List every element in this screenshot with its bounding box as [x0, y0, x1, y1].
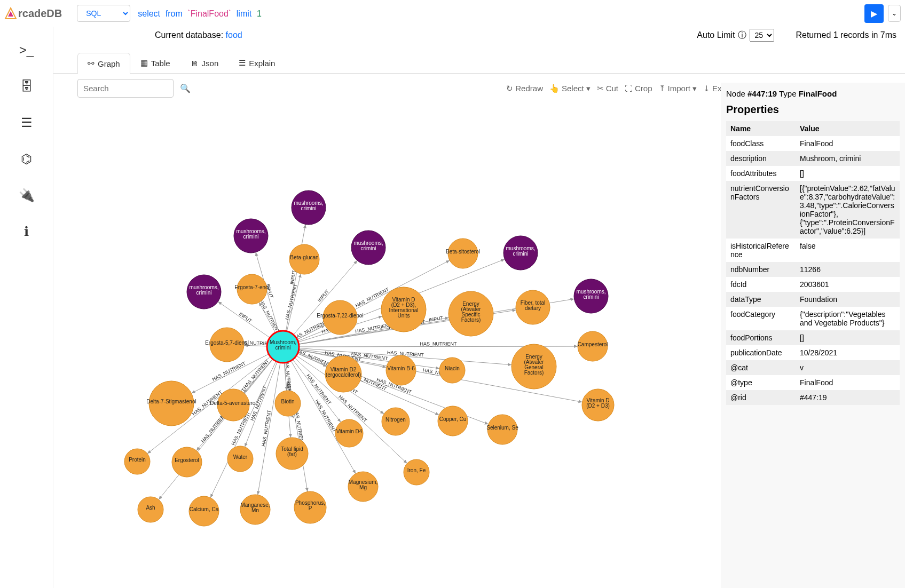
- graph-node[interactable]: Ergosta-5,7-dienol: [205, 328, 249, 362]
- graph-node[interactable]: Energy(AtwaterGeneralFactors): [511, 344, 556, 389]
- graph-node[interactable]: Beta-glucan: [289, 244, 319, 274]
- graph-node[interactable]: mushrooms,crimini: [234, 219, 268, 253]
- graph-node[interactable]: Selenium, Se: [486, 415, 518, 444]
- graph-node[interactable]: Fiber, totaldietary: [516, 290, 550, 324]
- redraw-button[interactable]: ↻ Redraw: [506, 84, 543, 93]
- tab-table[interactable]: ▦ Table: [130, 52, 180, 73]
- table-row: descriptionMushroom, crimini: [726, 151, 900, 166]
- svg-text:Beta-glucan: Beta-glucan: [290, 255, 318, 260]
- svg-text:HAS_NUTRIENT: HAS_NUTRIENT: [211, 361, 247, 382]
- svg-text:Biotin: Biotin: [281, 399, 294, 404]
- graph-node[interactable]: Phosphorus,P: [294, 491, 326, 523]
- graph-node[interactable]: Ergosterol: [172, 447, 202, 477]
- table-row: ndbNumber11266: [726, 262, 900, 277]
- graph-node[interactable]: Campesterol: [578, 331, 608, 361]
- svg-text:HAS_NUTRIENT: HAS_NUTRIENT: [258, 299, 281, 334]
- properties-heading: Properties: [726, 104, 900, 116]
- language-select[interactable]: SQL: [77, 5, 130, 22]
- properties-panel: Node #447:19 Type FinalFood Properties N…: [721, 83, 905, 588]
- graph-node[interactable]: Copper, Cu: [438, 406, 468, 436]
- graph-node[interactable]: Protein: [124, 449, 150, 474]
- graph-node[interactable]: Manganese,Mn: [240, 495, 270, 525]
- query-editor[interactable]: select from `FinalFood` limit 1: [135, 5, 860, 22]
- table-row: @rid#447:19: [726, 390, 900, 405]
- svg-text:Vitamin D2(ergocalciferol): Vitamin D2(ergocalciferol): [326, 367, 361, 378]
- svg-text:Calcium, Ca: Calcium, Ca: [190, 506, 219, 512]
- database-icon[interactable]: 🗄: [20, 79, 33, 94]
- svg-text:Ergosta-7-enol: Ergosta-7-enol: [234, 284, 270, 290]
- graph-node[interactable]: Water: [227, 446, 253, 472]
- graph-node[interactable]: mushrooms,crimini: [503, 236, 538, 270]
- help-icon[interactable]: ⓘ: [738, 30, 746, 41]
- graph-node[interactable]: Vitamin B-6: [386, 355, 416, 385]
- graph-node[interactable]: Vitamin D2(ergocalciferol): [325, 356, 361, 392]
- graph-node[interactable]: Vitamin D(D2 + D3): [582, 389, 614, 421]
- graph-node[interactable]: Beta-sitosterol: [446, 239, 480, 268]
- graph-node[interactable]: Iron, Fe: [404, 459, 429, 485]
- graph-node[interactable]: Biotin: [275, 391, 301, 416]
- svg-text:Vitamin B-6: Vitamin B-6: [387, 365, 415, 371]
- import-button[interactable]: ⤒ Import ▾: [659, 84, 697, 93]
- svg-line-66: [286, 363, 308, 492]
- table-row: @catv: [726, 360, 900, 375]
- svg-text:Ergosta-5,7-dienol: Ergosta-5,7-dienol: [205, 340, 249, 346]
- table-row: nutrientConversionFactors[{"proteinValue…: [726, 181, 900, 239]
- console-icon[interactable]: >_: [19, 43, 34, 58]
- current-database-label: Current database: food: [155, 30, 242, 40]
- graph-node[interactable]: Magnesium,Mg: [348, 472, 378, 502]
- server-icon[interactable]: ☰: [21, 115, 33, 130]
- info-icon[interactable]: ℹ: [24, 224, 29, 239]
- run-dropdown[interactable]: ⌄: [888, 5, 901, 22]
- svg-text:Campesterol: Campesterol: [578, 341, 608, 347]
- svg-text:HAS_NUTRIENT: HAS_NUTRIENT: [284, 283, 298, 321]
- app-logo: rcadeDB: [4, 7, 62, 20]
- plugin-icon[interactable]: 🔌: [19, 188, 35, 203]
- graph-node[interactable]: mushrooms,crimini: [351, 231, 385, 265]
- svg-text:HAS_NUTRIENT: HAS_NUTRIENT: [337, 394, 368, 424]
- graph-canvas[interactable]: INPUTINPUTINPUTINPUTINPUTINPUTHAS_NUTRIE…: [53, 99, 718, 588]
- graph-node[interactable]: Calcium, Ca: [189, 496, 219, 526]
- graph-node[interactable]: mushrooms,crimini: [187, 275, 221, 309]
- logo-text: rcadeDB: [18, 7, 62, 20]
- auto-limit-select[interactable]: 25: [750, 29, 774, 42]
- table-row: isHistoricalReferencefalse: [726, 239, 900, 262]
- graph-node[interactable]: Total lipid(fat): [276, 438, 308, 470]
- svg-text:INPUT: INPUT: [238, 311, 253, 324]
- svg-text:Iron, Fe: Iron, Fe: [407, 467, 426, 473]
- svg-text:Nitrogen: Nitrogen: [385, 417, 406, 423]
- graph-node[interactable]: Delta-7-Stigmastenol: [146, 381, 196, 426]
- svg-text:Vitamin D(D2 + D3): Vitamin D(D2 + D3): [586, 398, 610, 409]
- tab-json[interactable]: 🗎 Json: [180, 52, 229, 73]
- table-row: publicationDate10/28/2021: [726, 345, 900, 360]
- table-row: foodPortions[]: [726, 330, 900, 345]
- graph-node[interactable]: mushrooms,crimini: [292, 190, 326, 225]
- search-icon[interactable]: 🔍: [180, 83, 191, 93]
- graph-node[interactable]: Nitrogen: [382, 408, 410, 435]
- svg-text:Ash: Ash: [146, 505, 155, 511]
- graph-node[interactable]: Energy(AtwaterSpecificFactors): [448, 291, 493, 336]
- svg-text:Ergosterol: Ergosterol: [175, 457, 199, 463]
- svg-text:Vitamin D4: Vitamin D4: [336, 428, 363, 434]
- graph-node[interactable]: Ash: [138, 497, 163, 522]
- tab-graph[interactable]: ⚯ Graph: [77, 53, 130, 74]
- database-link[interactable]: food: [226, 30, 242, 39]
- graph-node[interactable]: Vitamin D4: [335, 419, 363, 447]
- graph-node[interactable]: Niacin: [439, 357, 465, 383]
- svg-text:HAS_NUTRIENT: HAS_NUTRIENT: [314, 399, 337, 433]
- svg-text:HAS_NUTRIENT: HAS_NUTRIENT: [261, 409, 272, 447]
- svg-text:Copper, Cu: Copper, Cu: [439, 416, 467, 422]
- graph-node[interactable]: mushrooms,crimini: [574, 279, 608, 313]
- search-input[interactable]: [77, 79, 174, 98]
- properties-table: NameValue foodClassFinalFooddescriptionM…: [726, 121, 900, 405]
- cut-button[interactable]: ✂ Cut: [597, 84, 618, 93]
- svg-text:Niacin: Niacin: [445, 365, 460, 371]
- crop-button[interactable]: ⛶ Crop: [625, 84, 652, 93]
- svg-text:Delta-7-Stigmastenol: Delta-7-Stigmastenol: [146, 399, 196, 404]
- run-button[interactable]: ▶: [864, 4, 884, 23]
- schema-icon[interactable]: ⌬: [21, 152, 32, 166]
- graph-node[interactable]: Mushroom,crimini: [267, 331, 299, 363]
- graph-node[interactable]: Vitamin D(D2 + D3),InternationalUnits: [381, 287, 426, 332]
- tab-explain[interactable]: ☰ Explain: [229, 52, 285, 73]
- table-row: foodAttributes[]: [726, 166, 900, 181]
- select-button[interactable]: 👆 Select ▾: [549, 84, 591, 93]
